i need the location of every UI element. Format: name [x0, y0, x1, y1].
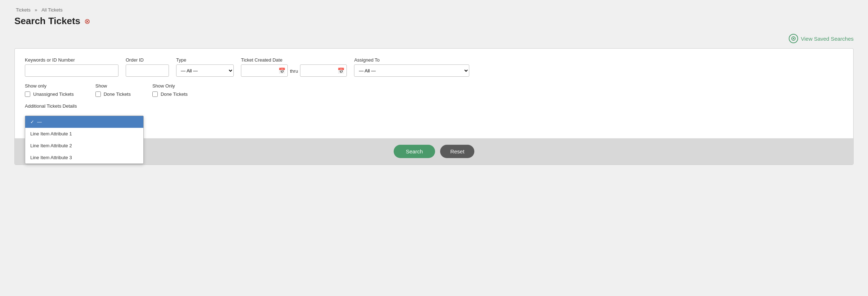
additional-section: Additional Tickets Details ✓ — Line Item…: [25, 103, 843, 117]
date-from-input[interactable]: [241, 64, 288, 77]
show-only-group-3: Show Only Done Tickets: [152, 83, 188, 97]
assigned-to-group: Assigned To — All —: [354, 57, 469, 77]
view-saved-searches-button[interactable]: View Saved Searches: [789, 34, 854, 43]
done-tickets-checkbox-row-2: Done Tickets: [152, 91, 188, 97]
view-saved-searches-row: View Saved Searches: [14, 34, 854, 43]
done-tickets-checkbox-1[interactable]: [95, 91, 101, 97]
unassigned-tickets-checkbox-row: Unassigned Tickets: [25, 91, 74, 97]
show-only-title-1: Show only: [25, 83, 74, 89]
page-title: Search Tickets: [14, 15, 80, 27]
page-title-row: Search Tickets ⊗: [14, 15, 854, 27]
ticket-date-label: Ticket Created Date: [241, 57, 347, 63]
thru-label: thru: [290, 68, 298, 74]
unassigned-tickets-label: Unassigned Tickets: [33, 91, 74, 97]
ticket-date-group: Ticket Created Date 📅 thru 📅: [241, 57, 347, 77]
search-form: Keywords or ID Number Order ID Type — Al…: [25, 57, 843, 117]
show-only-group-2: Show Done Tickets: [95, 83, 131, 97]
order-id-group: Order ID: [126, 57, 169, 77]
page-wrapper: Tickets » All Tickets Search Tickets ⊗ V…: [0, 0, 868, 296]
dropdown-item-default[interactable]: ✓ —: [25, 116, 143, 128]
order-id-input[interactable]: [126, 64, 169, 77]
done-tickets-label-2: Done Tickets: [161, 91, 188, 97]
svg-point-1: [793, 38, 794, 39]
dropdown-item-2[interactable]: Line Item Attribute 2: [25, 140, 143, 152]
additional-dropdown-open[interactable]: ✓ — Line Item Attribute 1 Line Item Attr…: [25, 116, 144, 164]
keywords-label: Keywords or ID Number: [25, 57, 118, 63]
reset-button[interactable]: Reset: [440, 145, 474, 158]
assigned-to-select[interactable]: — All —: [354, 64, 469, 77]
search-panel: Keywords or ID Number Order ID Type — Al…: [14, 48, 854, 165]
form-row-1: Keywords or ID Number Order ID Type — Al…: [25, 57, 843, 77]
keywords-input[interactable]: [25, 64, 118, 77]
dropdown-item-label-3: Line Item Attribute 3: [30, 155, 72, 160]
show-title-2: Show: [95, 83, 131, 89]
date-range-group: 📅 thru 📅: [241, 64, 347, 77]
reset-icon: ⊗: [83, 17, 91, 25]
assigned-to-label: Assigned To: [354, 57, 469, 63]
order-id-label: Order ID: [126, 57, 169, 63]
type-label: Type: [176, 57, 234, 63]
date-to-input[interactable]: [300, 64, 347, 77]
type-group: Type — All —: [176, 57, 234, 77]
date-to-wrap: 📅: [300, 64, 347, 77]
type-select[interactable]: — All —: [176, 64, 234, 77]
dropdown-item-label-1: Line Item Attribute 1: [30, 131, 72, 136]
unassigned-tickets-checkbox[interactable]: [25, 91, 30, 97]
dropdown-item-label-2: Line Item Attribute 2: [30, 143, 72, 148]
done-tickets-checkbox-2[interactable]: [152, 91, 158, 97]
done-tickets-label-1: Done Tickets: [104, 91, 131, 97]
breadcrumb: Tickets » All Tickets: [14, 7, 854, 13]
view-saved-searches-label: View Saved Searches: [801, 36, 854, 42]
dropdown-item-label-default: —: [37, 119, 42, 125]
show-only-title-3: Show Only: [152, 83, 188, 89]
keywords-group: Keywords or ID Number: [25, 57, 118, 77]
breadcrumb-separator: »: [35, 7, 37, 13]
show-only-group-1: Show only Unassigned Tickets: [25, 83, 74, 97]
done-tickets-checkbox-row-1: Done Tickets: [95, 91, 131, 97]
breadcrumb-root: Tickets: [16, 7, 31, 13]
additional-label: Additional Tickets Details: [25, 103, 843, 109]
search-button[interactable]: Search: [394, 145, 435, 158]
breadcrumb-current: All Tickets: [41, 7, 63, 13]
show-only-row: Show only Unassigned Tickets Show Done T…: [25, 83, 843, 97]
checkmark-icon: ✓: [30, 119, 34, 125]
saved-searches-icon: [789, 34, 798, 43]
dropdown-item-1[interactable]: Line Item Attribute 1: [25, 128, 143, 140]
dropdown-item-3[interactable]: Line Item Attribute 3: [25, 152, 143, 163]
date-from-wrap: 📅: [241, 64, 288, 77]
